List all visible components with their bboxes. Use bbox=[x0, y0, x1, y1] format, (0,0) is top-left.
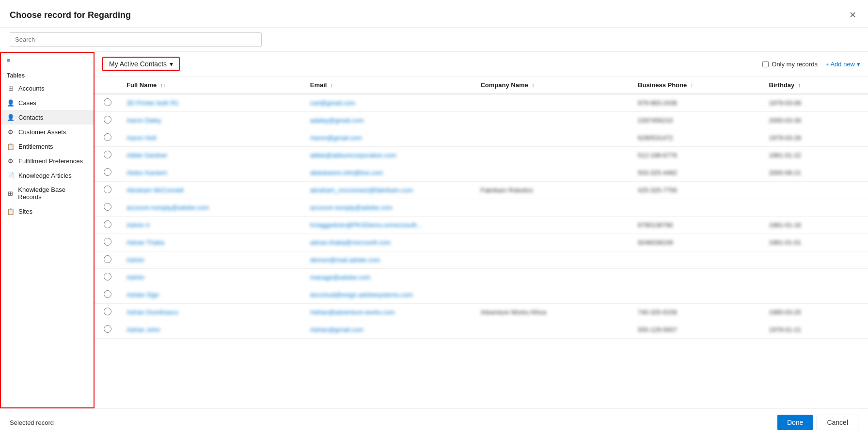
contact-phone bbox=[632, 286, 763, 304]
contact-email[interactable]: Adrian@gmail.com bbox=[310, 326, 363, 333]
sidebar-item-knowledge-articles[interactable]: 📄 Knowledge Articles bbox=[1, 168, 94, 183]
contact-birthday: 1985-03-25 bbox=[763, 304, 868, 321]
row-radio-6[interactable] bbox=[104, 203, 111, 211]
contact-email[interactable]: manage@adobe.com bbox=[310, 274, 371, 281]
contact-company bbox=[474, 94, 632, 112]
row-radio-0[interactable] bbox=[104, 98, 111, 106]
contact-fullname[interactable]: Adrian Dumitrascu bbox=[126, 309, 178, 316]
contact-phone: 512-198-6776 bbox=[632, 147, 763, 164]
sidebar-item-label: Customer Assets bbox=[18, 128, 66, 136]
sort-icon-email[interactable]: ↕ bbox=[331, 82, 333, 88]
row-radio-4[interactable] bbox=[104, 168, 111, 176]
col-header-birthday[interactable]: Birthday ↕ bbox=[763, 77, 868, 94]
sidebar-item-label: Cases bbox=[18, 99, 36, 107]
contact-email[interactable]: abdukarem.info@live.com bbox=[310, 169, 383, 176]
contact-phone: 6290531472 bbox=[632, 129, 763, 147]
sort-icon-fullname[interactable]: ↑↓ bbox=[160, 82, 166, 88]
table-row: Adrian JohnAdrian@gmail.com555-129-56571… bbox=[95, 321, 868, 339]
view-selector-button[interactable]: My Active Contacts ▾ bbox=[102, 57, 180, 71]
sidebar-item-cases[interactable]: 👤 Cases bbox=[1, 95, 94, 110]
contact-fullname[interactable]: Adobe Sign bbox=[126, 291, 159, 298]
sort-icon-company[interactable]: ↕ bbox=[532, 82, 535, 88]
contact-fullname[interactable]: Admin bbox=[126, 256, 144, 264]
sidebar-item-knowledge-base-records[interactable]: ⊞ Knowledge Base Records bbox=[1, 183, 94, 204]
row-radio-9[interactable] bbox=[104, 255, 111, 263]
only-my-records-checkbox[interactable] bbox=[762, 61, 769, 67]
contact-birthday: 2000-03-30 bbox=[763, 112, 868, 129]
row-radio-10[interactable] bbox=[104, 273, 111, 280]
contact-email[interactable]: adnan.thaba@microsoft.com bbox=[310, 239, 391, 246]
sidebar-item-accounts[interactable]: ⊞ Accounts bbox=[1, 81, 94, 95]
done-button[interactable]: Done bbox=[777, 415, 813, 430]
table-container: Full Name ↑↓ Email ↕ Company Name ↕ bbox=[95, 77, 868, 408]
footer-buttons: Done Cancel bbox=[777, 415, 858, 430]
sidebar-item-label: Entitlements bbox=[18, 143, 53, 150]
contact-birthday bbox=[763, 251, 868, 269]
sidebar-item-label: Sites bbox=[18, 208, 32, 215]
sidebar-item-entitlements[interactable]: 📋 Entitlements bbox=[1, 139, 94, 154]
contact-fullname[interactable]: account-noreply@adobe.com bbox=[126, 204, 209, 211]
col-header-email[interactable]: Email ↕ bbox=[304, 77, 475, 94]
contact-fullname[interactable]: Aaron Daley bbox=[126, 117, 161, 124]
add-new-button[interactable]: + Add new ▾ bbox=[825, 61, 860, 68]
col-header-fullname[interactable]: Full Name ↑↓ bbox=[121, 77, 304, 94]
contact-company: Adventure Works Africa bbox=[474, 304, 632, 321]
contact-birthday: 2000-08-21 bbox=[763, 164, 868, 182]
table-row: Adobe Signdoccloud@esign.adobesystems.co… bbox=[95, 286, 868, 304]
contact-fullname[interactable]: Abdur Kareem bbox=[126, 169, 167, 176]
sidebar-hamburger[interactable]: ≡ bbox=[1, 53, 94, 68]
row-radio-8[interactable] bbox=[104, 238, 111, 246]
sort-icon-phone[interactable]: ↕ bbox=[691, 82, 694, 88]
contact-phone: 740-325-9156 bbox=[632, 304, 763, 321]
contact-email[interactable]: demon@mail.adobe.com bbox=[310, 256, 380, 264]
row-radio-2[interactable] bbox=[104, 133, 111, 141]
row-radio-1[interactable] bbox=[104, 116, 111, 124]
only-my-records-label[interactable]: Only my records bbox=[762, 61, 818, 68]
sidebar-item-customer-assets[interactable]: ⚙ Customer Assets bbox=[1, 125, 94, 139]
row-radio-13[interactable] bbox=[104, 325, 111, 333]
close-button[interactable]: ✕ bbox=[847, 8, 858, 22]
contact-email[interactable]: abraham_mcconnect@fabrikam.com bbox=[310, 187, 413, 194]
row-radio-12[interactable] bbox=[104, 308, 111, 315]
contact-fullname[interactable]: Aaron Holt bbox=[126, 134, 156, 141]
contact-phone bbox=[632, 251, 763, 269]
contact-fullname[interactable]: Admin # bbox=[126, 221, 150, 229]
fulfillment-icon: ⚙ bbox=[7, 157, 15, 165]
contact-company: Fabrikam Robotics bbox=[474, 182, 632, 199]
table-row: Adnan Thabaadnan.thaba@microsoft.com9246… bbox=[95, 234, 868, 251]
row-radio-7[interactable] bbox=[104, 220, 111, 228]
contact-fullname[interactable]: 3D Printer both R1 bbox=[126, 99, 179, 107]
contact-email[interactable]: Aaron@gmail.com bbox=[310, 134, 362, 141]
contact-email[interactable]: carl@gmail.com bbox=[310, 99, 355, 107]
sidebar-item-contacts[interactable]: 👤 Contacts bbox=[1, 110, 94, 125]
contact-email[interactable]: fcrlaggedmin@PKSDemo.onmicrosoft... bbox=[310, 221, 422, 229]
row-radio-5[interactable] bbox=[104, 186, 111, 193]
row-radio-11[interactable] bbox=[104, 290, 111, 298]
contact-email[interactable]: adaley@gmail.com bbox=[310, 117, 364, 124]
contact-email[interactable]: abbie@abbumcorporation.com bbox=[310, 152, 396, 159]
choose-record-dialog: Choose record for Regarding ✕ ≡ Tables ⊞… bbox=[0, 0, 868, 436]
sidebar-item-fulfillment-preferences[interactable]: ⚙ Fulfillment Preferences bbox=[1, 154, 94, 168]
search-input[interactable] bbox=[10, 32, 262, 47]
contact-fullname[interactable]: Adrian John bbox=[126, 326, 160, 333]
contact-fullname[interactable]: Admin bbox=[126, 274, 144, 281]
contact-phone: 503-325-4482 bbox=[632, 164, 763, 182]
col-header-company[interactable]: Company Name ↕ bbox=[474, 77, 632, 94]
col-header-phone[interactable]: Business Phone ↕ bbox=[632, 77, 763, 94]
knowledge-base-icon: ⊞ bbox=[7, 189, 14, 197]
contact-email[interactable]: doccloud@esign.adobesystems.com bbox=[310, 291, 413, 298]
contact-fullname[interactable]: Adnan Thaba bbox=[126, 239, 164, 246]
cancel-button[interactable]: Cancel bbox=[817, 415, 858, 430]
contact-email[interactable]: account-noreply@adobe.com bbox=[310, 204, 393, 211]
contact-fullname[interactable]: Abbie Gardner bbox=[126, 152, 168, 159]
row-radio-3[interactable] bbox=[104, 151, 111, 158]
contact-email[interactable]: Adrian@adventure-works.com bbox=[310, 309, 395, 316]
contact-fullname[interactable]: Abraham McConnell bbox=[126, 187, 184, 194]
sidebar-item-label: Knowledge Base Records bbox=[18, 186, 88, 201]
contacts-table: Full Name ↑↓ Email ↕ Company Name ↕ bbox=[95, 77, 868, 339]
sort-icon-birthday[interactable]: ↕ bbox=[798, 82, 801, 88]
sidebar-item-label: Contacts bbox=[18, 114, 43, 121]
col-header-checkbox bbox=[95, 77, 121, 94]
sidebar-item-sites[interactable]: 📋 Sites bbox=[1, 204, 94, 218]
table-row: 3D Printer both R1carl@gmail.com979-983-… bbox=[95, 94, 868, 112]
